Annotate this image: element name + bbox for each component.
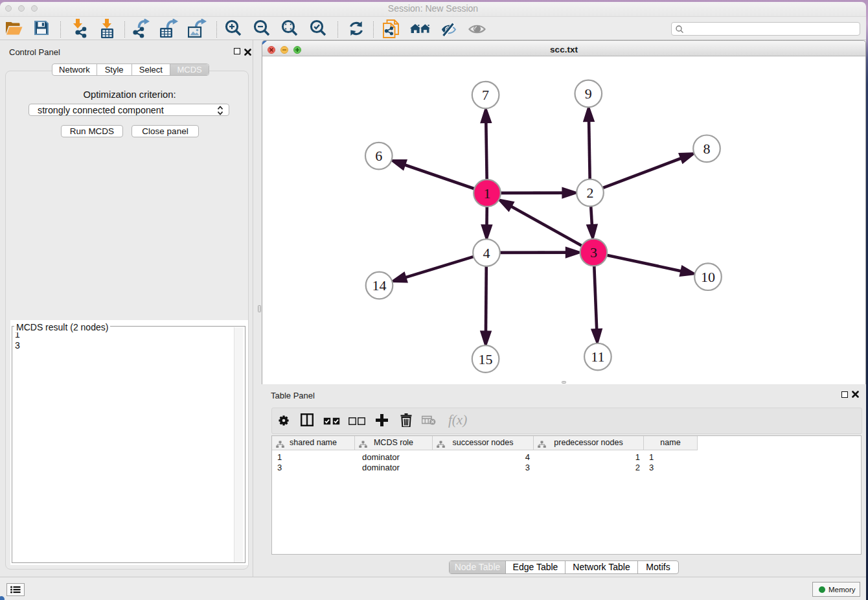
svg-text:3: 3: [590, 244, 597, 260]
svg-text:4: 4: [483, 245, 490, 261]
svg-text:7: 7: [482, 87, 489, 103]
svg-text:9: 9: [585, 86, 592, 102]
svg-text:6: 6: [375, 148, 382, 164]
svg-text:10: 10: [701, 269, 715, 285]
svg-text:8: 8: [703, 141, 711, 157]
svg-text:2: 2: [587, 185, 594, 201]
svg-text:11: 11: [591, 349, 604, 365]
svg-text:15: 15: [479, 351, 493, 367]
svg-text:1: 1: [484, 185, 491, 202]
svg-text:14: 14: [372, 277, 387, 294]
